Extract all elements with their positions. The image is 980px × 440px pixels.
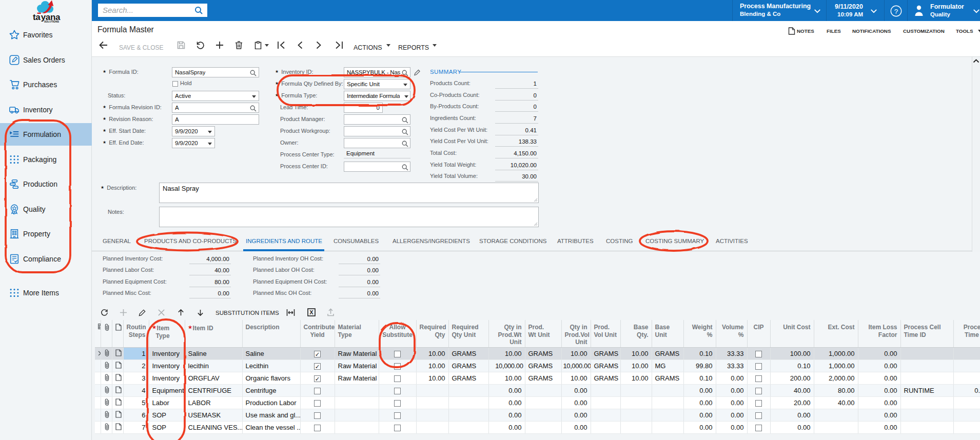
svg-text:?: ? xyxy=(894,8,898,15)
svg-text:X: X xyxy=(309,309,313,315)
svg-text:SOLUTIONS: SOLUTIONS xyxy=(44,20,60,23)
